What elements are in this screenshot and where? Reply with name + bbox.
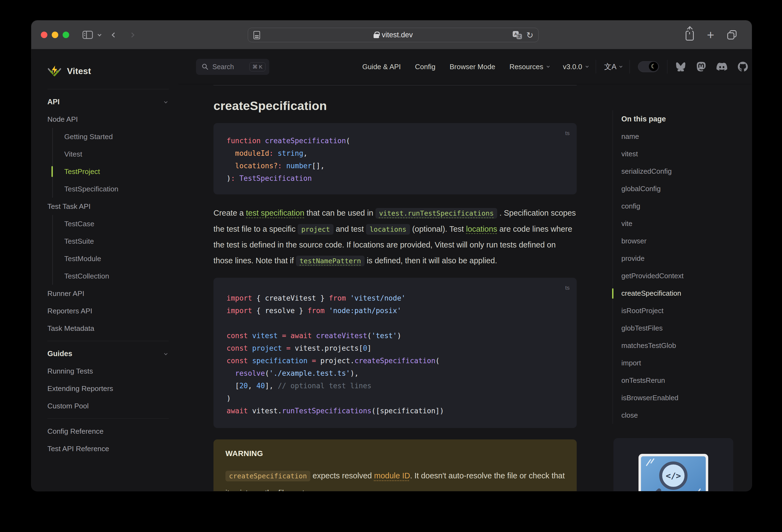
language-menu-button[interactable]: 文A bbox=[604, 62, 621, 72]
nav-link-resources[interactable]: Resources bbox=[509, 63, 549, 71]
toc-item-vite[interactable]: vite bbox=[621, 215, 741, 232]
moon-icon: ☾ bbox=[649, 62, 658, 71]
toc-item-globalconfig[interactable]: globalConfig bbox=[621, 180, 741, 198]
share-icon[interactable] bbox=[686, 31, 694, 41]
search-placeholder: Search bbox=[212, 63, 234, 71]
ad-card[interactable]: </> bbox=[613, 438, 733, 491]
code-line bbox=[226, 317, 569, 329]
toc-item-isrootproject[interactable]: isRootProject bbox=[621, 302, 741, 319]
bluesky-icon[interactable] bbox=[676, 62, 686, 71]
sidebar-item-testspecification[interactable]: TestSpecification bbox=[64, 180, 178, 198]
code-line: [20, 40], // optional test lines bbox=[226, 380, 569, 392]
theme-toggle[interactable]: ☾ bbox=[638, 61, 659, 72]
tab-overview-icon[interactable] bbox=[727, 30, 737, 39]
toc-item-createspecification[interactable]: createSpecification bbox=[621, 285, 741, 302]
toc-item-config[interactable]: config bbox=[621, 198, 741, 215]
close-window-button[interactable] bbox=[41, 32, 47, 38]
toc-item-getprovidedcontext[interactable]: getProvidedContext bbox=[621, 267, 741, 285]
sidebar-item-config-reference[interactable]: Config Reference bbox=[47, 423, 178, 440]
code-block-example[interactable]: ts import { createVitest } from 'vitest/… bbox=[213, 278, 577, 428]
toc-item-globtestfiles[interactable]: globTestFiles bbox=[621, 319, 741, 337]
sidebar-item-vitest[interactable]: Vitest bbox=[64, 145, 178, 163]
sidebar-section-label: Guides bbox=[47, 350, 72, 358]
warning-link-module-id[interactable]: module ID bbox=[374, 471, 410, 480]
sidebar-item-test-api-reference[interactable]: Test API Reference bbox=[47, 440, 178, 457]
doc-link-locations[interactable]: locations bbox=[466, 225, 497, 233]
sidebar-item-running-tests[interactable]: Running Tests bbox=[47, 362, 178, 380]
url-text: vitest.dev bbox=[382, 31, 413, 39]
github-icon[interactable] bbox=[738, 62, 748, 72]
inline-code: vitest.runTestSpecifications bbox=[376, 208, 497, 219]
sidebar-item-reporters-api[interactable]: Reporters API bbox=[47, 302, 178, 320]
minimize-window-button[interactable] bbox=[52, 32, 58, 38]
toc-item-matchestestglob[interactable]: matchesTestGlob bbox=[621, 337, 741, 354]
sidebar-item-testproject[interactable]: TestProject bbox=[64, 163, 178, 180]
doc-link-test-specification[interactable]: test specification bbox=[246, 209, 304, 217]
vitest-docs-app: Vitest APINode APIGetting StartedVitestT… bbox=[31, 49, 752, 491]
search-input[interactable]: Search ⌘ K bbox=[196, 59, 269, 75]
sidebar-item-testcollection[interactable]: TestCollection bbox=[64, 268, 178, 285]
toc-item-provide[interactable]: provide bbox=[621, 250, 741, 267]
chevron-down-icon bbox=[164, 100, 168, 103]
url-bar[interactable]: vitest.dev A文 ↻ bbox=[248, 28, 539, 42]
logo-text: Vitest bbox=[67, 66, 91, 76]
nav-link-guide-api[interactable]: Guide & API bbox=[362, 63, 401, 71]
search-shortcut-badge: ⌘ K bbox=[249, 62, 265, 71]
reload-icon[interactable]: ↻ bbox=[526, 30, 533, 40]
sidebar-item-test-task-api[interactable]: Test Task API bbox=[47, 198, 178, 215]
chevron-down-icon bbox=[547, 65, 550, 68]
sidebar-item-testmodule[interactable]: TestModule bbox=[64, 250, 178, 268]
sidebar-section-guides[interactable]: Guides bbox=[47, 345, 169, 362]
code-line: ) bbox=[226, 392, 569, 404]
sidebar-item-custom-pool[interactable]: Custom Pool bbox=[47, 397, 178, 415]
toc-item-serializedconfig[interactable]: serializedConfig bbox=[621, 163, 741, 180]
search-icon bbox=[202, 63, 209, 70]
doc-code-link-vitest-runtestspecifications[interactable]: vitest.runTestSpecifications bbox=[376, 209, 497, 217]
sidebar-item-testcase[interactable]: TestCase bbox=[64, 215, 178, 233]
discord-icon[interactable] bbox=[716, 62, 727, 71]
code-line: await vitest.runTestSpecifications([spec… bbox=[226, 404, 569, 417]
inline-code: project bbox=[297, 224, 333, 235]
toc-item-close[interactable]: close bbox=[621, 406, 741, 424]
toc-item-import[interactable]: import bbox=[621, 354, 741, 371]
toc-item-browser[interactable]: browser bbox=[621, 232, 741, 250]
translate-icon[interactable]: A文 bbox=[513, 31, 522, 39]
code-line: ): TestSpecification bbox=[226, 172, 569, 185]
code-line: resolve('./example.test.ts'), bbox=[226, 367, 569, 380]
traffic-lights bbox=[41, 32, 69, 38]
sidebar-toggle-icon[interactable] bbox=[82, 31, 93, 39]
reader-view-icon[interactable] bbox=[253, 31, 260, 39]
browser-titlebar: vitest.dev A文 ↻ + bbox=[31, 21, 752, 49]
sidebar-item-task-metadata[interactable]: Task Metadata bbox=[47, 320, 178, 337]
mastodon-icon[interactable] bbox=[696, 62, 706, 72]
sidebar-chevron-icon[interactable] bbox=[98, 33, 101, 36]
code-block-signature[interactable]: ts function createSpecification( moduleI… bbox=[213, 123, 577, 194]
magnifier-code-icon: </> bbox=[659, 461, 687, 490]
warning-inline-code: createSpecification bbox=[225, 471, 310, 482]
maximize-window-button[interactable] bbox=[63, 32, 69, 38]
toc-item-vitest[interactable]: vitest bbox=[621, 145, 741, 163]
sidebar-item-runner-api[interactable]: Runner API bbox=[47, 285, 178, 302]
sidebar-subgroup: TestCaseTestSuiteTestModuleTestCollectio… bbox=[52, 215, 178, 285]
doc-code-link-testnamepattern[interactable]: testNamePattern bbox=[296, 256, 365, 265]
sidebar-item-testsuite[interactable]: TestSuite bbox=[64, 233, 178, 250]
sidebar-item-getting-started[interactable]: Getting Started bbox=[64, 128, 178, 145]
toc-item-name[interactable]: name bbox=[621, 128, 741, 145]
toc-item-isbrowserenabled[interactable]: isBrowserEnabled bbox=[621, 389, 741, 406]
nav-link-config[interactable]: Config bbox=[415, 63, 435, 71]
sidebar-item-extending-reporters[interactable]: Extending Reporters bbox=[47, 380, 178, 397]
top-navbar: Search ⌘ K Guide & APIConfigBrowser Mode… bbox=[178, 49, 752, 84]
forward-icon[interactable] bbox=[129, 32, 134, 37]
toc-item-ontestsrerun[interactable]: onTestsRerun bbox=[621, 371, 741, 389]
vitest-logo[interactable]: Vitest bbox=[31, 49, 178, 81]
code-line: import { resolve } from 'node:path/posix… bbox=[226, 305, 569, 317]
nav-links: Guide & APIConfigBrowser ModeResourcesv3… bbox=[362, 63, 588, 71]
nav-link-v3-0-0[interactable]: v3.0.0 bbox=[563, 63, 588, 71]
back-icon[interactable] bbox=[112, 32, 116, 37]
section-divider bbox=[213, 85, 577, 85]
sidebar-section-api[interactable]: API bbox=[47, 93, 169, 110]
sidebar-item-node-api[interactable]: Node API bbox=[47, 110, 178, 128]
toc-list: namevitestserializedConfigglobalConfigco… bbox=[621, 128, 741, 424]
nav-link-browser-mode[interactable]: Browser Mode bbox=[450, 63, 495, 71]
inline-code: testNamePattern bbox=[296, 256, 365, 266]
